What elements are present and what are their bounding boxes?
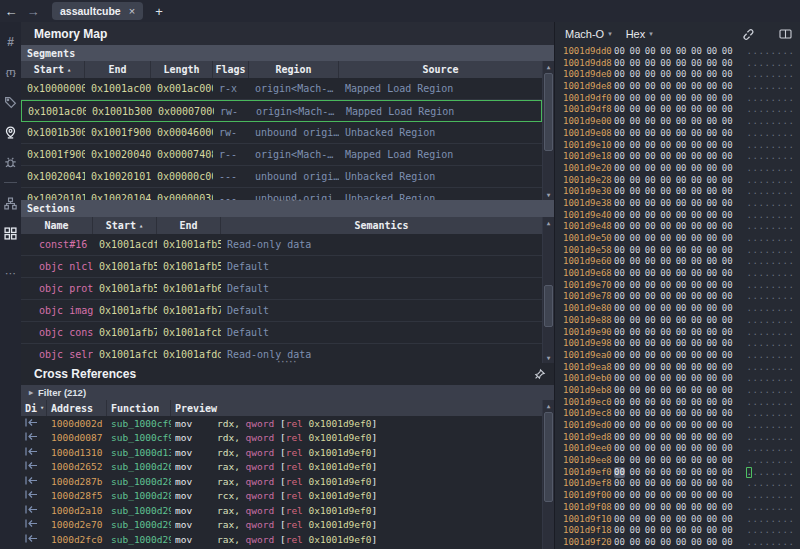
sections-col-name[interactable]: Name xyxy=(21,217,93,234)
xref-row[interactable]: 1000d28f5sub_1000d2860movrcx, qword [rel… xyxy=(21,489,542,504)
xref-row[interactable]: 1000d1310sub_1000d1300movrdx, qword [rel… xyxy=(21,445,542,460)
hex-row[interactable]: 1001d9df00000000000000000........ xyxy=(555,93,800,105)
split-view-icon[interactable] xyxy=(779,28,792,40)
hex-row[interactable]: 1001d9e680000000000000000........ xyxy=(555,268,800,280)
more-ellipsis-icon[interactable]: ⋯ xyxy=(2,261,19,285)
hex-row[interactable]: 1001d9e100000000000000000........ xyxy=(555,140,800,152)
hex-row[interactable]: 1001d9dd80000000000000000........ xyxy=(555,58,800,70)
hex-row[interactable]: 1001d9e380000000000000000........ xyxy=(555,198,800,210)
xref-col-direction[interactable]: Di ▾ xyxy=(21,400,47,416)
hex-row[interactable]: 1001d9ea80000000000000000........ xyxy=(555,362,800,374)
segment-row[interactable]: 0x1002004100x1002010100x00000c00---unbou… xyxy=(21,166,542,188)
xref-row[interactable]: 1000d2fc0sub_1000d2990movrax, qword [rel… xyxy=(21,532,542,547)
hex-row[interactable]: 1001d9df80000000000000000........ xyxy=(555,104,800,116)
location-pin-icon[interactable] xyxy=(2,120,19,144)
hex-row[interactable]: 1001d9ed80000000000000000........ xyxy=(555,432,800,444)
hex-row[interactable]: 1001d9f180000000000000000........ xyxy=(555,525,800,537)
sections-col-start[interactable]: Start ▴ xyxy=(93,217,157,234)
scroll-up-icon[interactable]: ▲ xyxy=(543,61,554,72)
hex-row[interactable]: 1001d9ea00000000000000000........ xyxy=(555,350,800,362)
segment-row[interactable]: 0x1001f90000x1002004080x00007408r--origi… xyxy=(21,144,542,166)
xref-scrollbar[interactable]: ▲ xyxy=(542,400,554,549)
view-type-dropdown[interactable]: Hex ▾ xyxy=(626,28,653,40)
expander-triangle-icon[interactable]: ▸ xyxy=(29,388,33,397)
hex-row[interactable]: 1001d9ee00000000000000000........ xyxy=(555,443,800,455)
hex-row[interactable]: 1001d9e580000000000000000........ xyxy=(555,245,800,257)
sections-col-semantics[interactable]: Semantics xyxy=(221,217,542,234)
segments-scrollbar[interactable]: ▲ ▼ xyxy=(542,61,554,200)
xref-row[interactable]: 1000d0087sub_1000cf900movrdx, qword [rel… xyxy=(21,431,542,446)
scroll-up-icon[interactable]: ▲ xyxy=(543,217,554,228)
hex-row[interactable]: 1001d9f080000000000000000........ xyxy=(555,502,800,514)
hex-row[interactable]: 1001d9e500000000000000000........ xyxy=(555,233,800,245)
splitter-handle-icon[interactable]: ····· xyxy=(278,359,298,365)
hex-row[interactable]: 1001d9e700000000000000000........ xyxy=(555,280,800,292)
hex-row[interactable]: 1001d9f100000000000000000........ xyxy=(555,514,800,526)
hex-row[interactable]: 1001d9e400000000000000000........ xyxy=(555,210,800,222)
segments-col-flags[interactable]: Flags xyxy=(213,61,249,78)
segments-col-region[interactable]: Region xyxy=(249,61,339,78)
hex-row[interactable]: 1001d9ef00000000000000000........ xyxy=(555,467,800,479)
hex-row[interactable]: 1001d9e180000000000000000........ xyxy=(555,151,800,163)
hex-row[interactable]: 1001d9e800000000000000000........ xyxy=(555,303,800,315)
section-row[interactable]: __objc_image…0x1001afb680x1001afb70Defau… xyxy=(21,300,542,322)
tag-icon[interactable] xyxy=(2,90,19,114)
section-row[interactable]: __objc_nlcls…0x1001afb500x1001afb58Defau… xyxy=(21,256,542,278)
segment-row[interactable]: 0x1001b30000x1001f90000x00046000rw-unbou… xyxy=(21,122,542,144)
hex-row[interactable]: 1001d9e280000000000000000........ xyxy=(555,175,800,187)
hex-row[interactable]: 1001d9e000000000000000000........ xyxy=(555,116,800,128)
hash-icon[interactable]: # xyxy=(2,30,19,54)
hex-row[interactable]: 1001d9dd00000000000000000........ xyxy=(555,46,800,58)
memory-map-icon[interactable] xyxy=(2,221,19,245)
splitter-handle-icon[interactable]: ····· xyxy=(271,197,303,203)
hex-row[interactable]: 1001d9ec80000000000000000........ xyxy=(555,408,800,420)
scrollbar-thumb[interactable] xyxy=(544,285,553,327)
bug-icon[interactable] xyxy=(2,150,19,174)
hex-row[interactable]: 1001d9e880000000000000000........ xyxy=(555,315,800,327)
hex-row[interactable]: 1001d9ee80000000000000000........ xyxy=(555,455,800,467)
section-row[interactable]: __const#160x1001acdf00x1001afb50Read-onl… xyxy=(21,234,542,256)
tab-close-icon[interactable]: × xyxy=(129,5,135,17)
hex-row[interactable]: 1001d9de00000000000000000........ xyxy=(555,69,800,81)
hex-row[interactable]: 1001d9ed00000000000000000........ xyxy=(555,420,800,432)
scrollbar-thumb[interactable] xyxy=(544,412,553,502)
hex-row[interactable]: 1001d9e900000000000000000........ xyxy=(555,327,800,339)
segments-col-start[interactable]: Start ▴ xyxy=(21,61,85,78)
hex-row[interactable]: 1001d9e080000000000000000........ xyxy=(555,128,800,140)
tab-assaultcube[interactable]: assaultcube × xyxy=(52,2,143,20)
xref-col-preview[interactable]: Preview xyxy=(171,400,542,416)
xref-row[interactable]: 1000d287bsub_1000d2860movrax, qword [rel… xyxy=(21,474,542,489)
hex-row[interactable]: 1001d9e480000000000000000........ xyxy=(555,221,800,233)
xref-col-function[interactable]: Function xyxy=(107,400,171,416)
hex-row[interactable]: 1001d9f200000000000000000........ xyxy=(555,537,800,549)
segment-row[interactable]: 0x1000000000x1001ac0000x001ac000r-xorigi… xyxy=(21,78,542,100)
scrollbar-thumb[interactable] xyxy=(544,73,553,151)
xref-row[interactable]: 1000d2e70sub_1000d2990movrax, qword [rel… xyxy=(21,518,542,533)
xref-filter-bar[interactable]: ▸ Filter (212) xyxy=(21,385,554,400)
segments-col-source[interactable]: Source xyxy=(339,61,542,78)
hex-row[interactable]: 1001d9ec00000000000000000........ xyxy=(555,397,800,409)
section-row[interactable]: __objc_proto…0x1001afb580x1001afb68Defau… xyxy=(21,278,542,300)
format-dropdown[interactable]: Mach-O ▾ xyxy=(565,28,612,40)
xref-row[interactable]: 1000d002dsub_1000cf900movrdx, qword [rel… xyxy=(21,416,542,431)
hex-row[interactable]: 1001d9eb80000000000000000........ xyxy=(555,385,800,397)
hex-dump[interactable]: 1001d9dd00000000000000000........1001d9d… xyxy=(555,46,800,549)
hex-row[interactable]: 1001d9de80000000000000000........ xyxy=(555,81,800,93)
xref-row[interactable]: 1000d2652sub_1000d2640movrax, qword [rel… xyxy=(21,460,542,475)
link-icon[interactable] xyxy=(742,28,755,41)
sections-col-end[interactable]: End xyxy=(157,217,221,234)
hex-row[interactable]: 1001d9e980000000000000000........ xyxy=(555,338,800,350)
back-arrow-icon[interactable]: ← xyxy=(0,4,22,19)
types-icon[interactable]: {T} xyxy=(2,60,19,84)
new-tab-button[interactable]: + xyxy=(155,4,163,19)
xref-col-address[interactable]: Address xyxy=(47,400,107,416)
segments-col-length[interactable]: Length xyxy=(151,61,213,78)
forward-arrow-icon[interactable]: → xyxy=(22,4,44,19)
hex-row[interactable]: 1001d9e600000000000000000........ xyxy=(555,256,800,268)
pin-icon[interactable] xyxy=(533,368,546,381)
section-row[interactable]: __objc_const0x1001afb700x1001afcb0Defaul… xyxy=(21,322,542,344)
scroll-down-icon[interactable]: ▼ xyxy=(543,352,554,363)
scroll-up-icon[interactable]: ▲ xyxy=(543,400,554,411)
hierarchy-icon[interactable] xyxy=(2,191,19,215)
hex-row[interactable]: 1001d9f000000000000000000........ xyxy=(555,490,800,502)
